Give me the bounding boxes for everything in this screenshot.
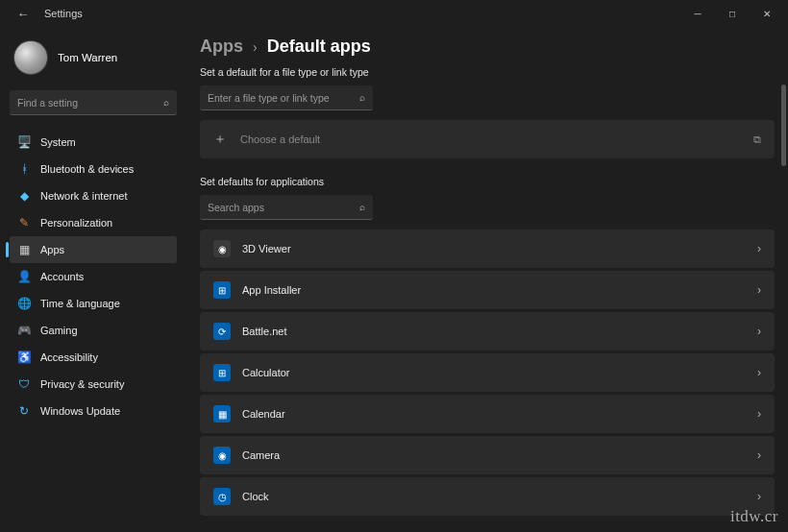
- sidebar-item-label: Gaming: [40, 325, 78, 336]
- app-row[interactable]: ⊞App Installer›: [200, 271, 775, 309]
- app-row[interactable]: ▦Calendar›: [200, 395, 775, 433]
- app-name: Battle.net: [242, 326, 286, 337]
- accounts-icon: 👤: [17, 270, 31, 283]
- sidebar-item-accounts[interactable]: 👤Accounts: [10, 263, 177, 290]
- sidebar-item-update[interactable]: ↻Windows Update: [10, 398, 177, 424]
- section-heading-filetype: Set a default for a file type or link ty…: [200, 66, 775, 78]
- sidebar-item-label: Windows Update: [40, 405, 120, 417]
- user-name: Tom Warren: [58, 52, 117, 63]
- app-row[interactable]: ⊞Calculator›: [200, 353, 775, 392]
- app-icon: ⟳: [213, 323, 231, 340]
- maximize-button[interactable]: □: [715, 0, 750, 27]
- sidebar-item-gaming[interactable]: 🎮Gaming: [10, 317, 177, 344]
- app-icon: ◉: [213, 240, 231, 257]
- app-row[interactable]: ◉3D Viewer›: [200, 230, 775, 268]
- sidebar-item-label: Time & language: [40, 298, 120, 309]
- filetype-search[interactable]: ⌕: [200, 85, 373, 110]
- sidebar-item-apps[interactable]: ▦Apps: [10, 236, 177, 263]
- system-icon: 🖥️: [17, 135, 31, 149]
- app-name: Clock: [242, 491, 269, 502]
- app-icon: ◉: [213, 447, 231, 464]
- accessibility-icon: ♿: [17, 351, 31, 364]
- titlebar: ← Settings ─ □ ✕: [0, 0, 788, 27]
- sidebar-item-label: Privacy & security: [40, 378, 124, 390]
- sidebar-item-label: Personalization: [40, 217, 112, 229]
- breadcrumb-parent[interactable]: Apps: [200, 36, 243, 57]
- scrollbar[interactable]: [781, 85, 786, 532]
- sidebar-item-label: Apps: [40, 244, 64, 255]
- sidebar-item-label: Bluetooth & devices: [40, 163, 134, 175]
- app-name: Camera: [242, 449, 280, 461]
- app-icon: ⊞: [213, 281, 231, 299]
- app-row[interactable]: ◉Camera›: [200, 436, 775, 474]
- plus-icon: ＋: [213, 131, 227, 148]
- sidebar-item-label: Network & internet: [40, 190, 127, 202]
- network-icon: ◆: [17, 189, 31, 203]
- sidebar-item-label: Accessibility: [40, 351, 98, 363]
- content-area: Apps › Default apps Set a default for a …: [183, 27, 788, 532]
- sidebar-item-label: System: [40, 136, 76, 148]
- sidebar-item-privacy[interactable]: 🛡Privacy & security: [10, 371, 177, 398]
- sidebar-item-personalization[interactable]: ✎Personalization: [10, 209, 177, 236]
- sidebar-item-bluetooth[interactable]: ᚼBluetooth & devices: [10, 156, 177, 182]
- app-icon: ◷: [213, 488, 231, 505]
- chevron-right-icon: ›: [757, 448, 761, 462]
- app-name: App Installer: [242, 284, 301, 296]
- sidebar-item-system[interactable]: 🖥️System: [10, 129, 177, 156]
- chevron-right-icon: ›: [757, 325, 761, 338]
- apps-icon: ▦: [17, 243, 31, 256]
- sidebar-item-label: Accounts: [40, 271, 84, 282]
- filetype-search-input[interactable]: [208, 92, 359, 104]
- sidebar-item-network[interactable]: ◆Network & internet: [10, 182, 177, 209]
- app-name: 3D Viewer: [242, 243, 291, 254]
- user-block[interactable]: Tom Warren: [10, 35, 177, 88]
- choose-default-label: Choose a default: [240, 133, 320, 145]
- watermark: itdw.cr: [730, 507, 778, 526]
- app-list: ◉3D Viewer›⊞App Installer›⟳Battle.net›⊞C…: [200, 230, 775, 516]
- minimize-button[interactable]: ─: [680, 0, 715, 27]
- apps-search-input[interactable]: [208, 202, 359, 213]
- chevron-right-icon: ›: [253, 39, 258, 55]
- search-icon: ⌕: [163, 97, 169, 108]
- sidebar: Tom Warren ⌕ 🖥️SystemᚼBluetooth & device…: [0, 27, 183, 532]
- app-row[interactable]: ⟳Battle.net›: [200, 312, 775, 351]
- close-button[interactable]: ✕: [750, 0, 784, 27]
- back-button[interactable]: ←: [12, 2, 35, 25]
- update-icon: ↻: [17, 404, 31, 418]
- breadcrumb: Apps › Default apps: [200, 36, 775, 57]
- section-heading-apps: Set defaults for applications: [200, 176, 775, 187]
- chevron-right-icon: ›: [757, 366, 761, 379]
- scrollbar-thumb[interactable]: [781, 85, 786, 166]
- chevron-right-icon: ›: [757, 242, 761, 255]
- open-icon: ⧉: [753, 133, 761, 146]
- time-icon: 🌐: [17, 297, 31, 310]
- chevron-right-icon: ›: [757, 283, 761, 297]
- app-icon: ▦: [213, 405, 231, 423]
- window-title: Settings: [44, 8, 83, 19]
- breadcrumb-current: Default apps: [267, 36, 371, 57]
- choose-default-row[interactable]: ＋ Choose a default ⧉: [200, 120, 775, 158]
- chevron-right-icon: ›: [757, 407, 761, 421]
- app-icon: ⊞: [213, 364, 231, 381]
- chevron-right-icon: ›: [757, 490, 761, 503]
- avatar: [13, 40, 48, 75]
- app-name: Calculator: [242, 367, 290, 378]
- search-icon: ⌕: [359, 202, 365, 212]
- privacy-icon: 🛡: [17, 377, 31, 391]
- sidebar-search[interactable]: ⌕: [10, 90, 177, 115]
- app-name: Calendar: [242, 408, 285, 420]
- sidebar-item-accessibility[interactable]: ♿Accessibility: [10, 344, 177, 371]
- sidebar-search-input[interactable]: [17, 97, 163, 109]
- app-row[interactable]: ◷Clock›: [200, 477, 775, 516]
- search-icon: ⌕: [359, 92, 365, 103]
- apps-search[interactable]: ⌕: [200, 195, 373, 220]
- sidebar-item-time[interactable]: 🌐Time & language: [10, 290, 177, 317]
- bluetooth-icon: ᚼ: [17, 162, 31, 176]
- personalization-icon: ✎: [17, 216, 31, 230]
- gaming-icon: 🎮: [17, 324, 31, 337]
